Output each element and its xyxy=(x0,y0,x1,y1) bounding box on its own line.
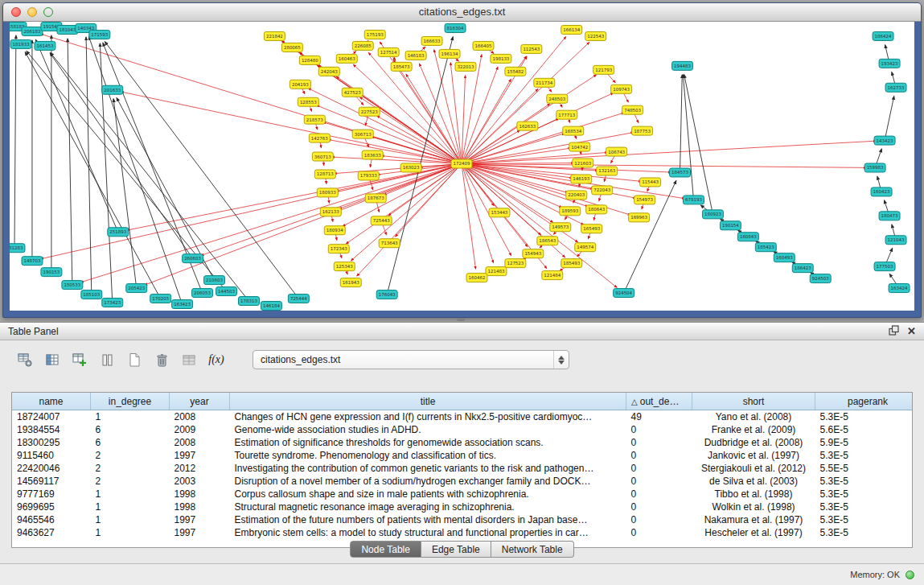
graph-edge[interactable] xyxy=(80,164,462,282)
column-header-short[interactable]: short xyxy=(692,393,815,410)
graph-node[interactable]: 185103 xyxy=(81,290,102,299)
graph-node[interactable]: 186423 xyxy=(792,264,813,273)
network-selector[interactable]: citations_edges.txt xyxy=(253,350,569,369)
graph-node[interactable]: 121043 xyxy=(885,236,906,245)
graph-node[interactable]: 206053 xyxy=(192,289,213,298)
graph-node[interactable]: 725443 xyxy=(371,216,392,225)
create-column-button[interactable] xyxy=(69,350,90,369)
graph-node[interactable]: 280065 xyxy=(281,43,302,51)
import-table-button[interactable] xyxy=(179,350,199,369)
graph-edge[interactable] xyxy=(393,60,462,163)
graph-node[interactable]: 184573 xyxy=(670,168,691,177)
graph-node[interactable]: 166405 xyxy=(473,41,494,50)
graph-node[interactable]: 181933 xyxy=(10,39,31,48)
table-row[interactable]: 946554611997Estimation of the future num… xyxy=(12,513,913,526)
graph-node[interactable]: 146184 xyxy=(261,302,281,311)
graph-node[interactable]: 748503 xyxy=(622,105,643,114)
graph-node[interactable]: 713643 xyxy=(379,239,400,248)
graph-node[interactable]: 160843 xyxy=(737,233,758,241)
graph-node[interactable]: 306713 xyxy=(352,130,373,138)
tab-node-table[interactable]: Node Table xyxy=(350,541,421,558)
graph-node[interactable]: 121793 xyxy=(593,65,614,74)
graph-node[interactable]: 176043 xyxy=(376,290,397,299)
graph-node[interactable]: 181043 xyxy=(57,25,78,34)
graph-node[interactable]: 153443 xyxy=(489,208,510,217)
graph-node[interactable]: 181283 xyxy=(10,244,25,253)
graph-node[interactable]: 201633 xyxy=(102,85,123,94)
table-options-button[interactable] xyxy=(14,350,35,369)
graph-node[interactable]: 924504 xyxy=(614,289,634,298)
graph-node[interactable]: 221842 xyxy=(264,31,285,40)
graph-node[interactable]: 162733 xyxy=(885,83,906,92)
delete-table-button[interactable] xyxy=(151,350,172,369)
graph-node[interactable]: 148703 xyxy=(22,257,43,266)
memory-indicator[interactable] xyxy=(906,571,914,579)
graph-node[interactable]: 194483 xyxy=(672,61,693,70)
graph-node[interactable]: 722043 xyxy=(592,186,613,195)
graph-edge[interactable] xyxy=(117,97,215,280)
graph-node[interactable]: 211734 xyxy=(534,78,555,87)
graph-node[interactable]: 178313 xyxy=(238,297,259,306)
graph-node[interactable]: 162633 xyxy=(517,122,538,130)
graph-node[interactable]: 260603 xyxy=(183,254,203,263)
graph-node[interactable]: 121483 xyxy=(486,267,507,276)
select-columns-button[interactable] xyxy=(42,350,63,369)
splitter-handle[interactable] xyxy=(457,318,465,321)
graph-node[interactable]: 149573 xyxy=(550,223,571,232)
graph-node[interactable]: 160463 xyxy=(336,54,357,63)
graph-node[interactable]: 186424 xyxy=(873,31,893,40)
graph-node[interactable]: 173423 xyxy=(102,299,123,307)
graph-node[interactable]: 146193 xyxy=(571,175,592,183)
graph-node[interactable]: 127514 xyxy=(378,47,399,56)
table-row[interactable]: 1872400712008Changes of HCN gene express… xyxy=(12,410,913,424)
graph-node[interactable]: 160493 xyxy=(774,253,795,262)
graph-node[interactable]: 106743 xyxy=(606,147,627,156)
graph-node[interactable]: 210603 xyxy=(204,276,225,285)
graph-node[interactable]: 172409 xyxy=(451,159,472,168)
graph-node[interactable]: 128480 xyxy=(299,56,320,64)
column-header-pagerank[interactable]: pagerank xyxy=(815,393,914,410)
graph-node[interactable]: 180473 xyxy=(879,212,900,220)
window-titlebar[interactable]: citations_edges.txt xyxy=(3,3,921,22)
graph-node[interactable]: 163423 xyxy=(172,300,193,309)
graph-edge[interactable] xyxy=(51,52,249,301)
graph-edge[interactable] xyxy=(100,43,112,303)
graph-node[interactable]: 177713 xyxy=(556,110,577,119)
graph-node[interactable]: 142763 xyxy=(309,134,330,142)
network-canvas[interactable]: 1724092218422800651284802420431604632260… xyxy=(10,22,914,311)
graph-node[interactable]: 127523 xyxy=(505,259,526,268)
graph-node[interactable]: 162133 xyxy=(320,208,341,216)
graph-node[interactable]: 248503 xyxy=(547,94,568,103)
graph-node[interactable]: 218573 xyxy=(304,115,325,124)
graph-node[interactable]: 185493 xyxy=(561,259,582,268)
graph-node[interactable]: 175193 xyxy=(364,30,385,39)
graph-node[interactable]: 360713 xyxy=(312,152,333,161)
graph-node[interactable]: 163023 xyxy=(400,163,421,172)
graph-node[interactable]: 155482 xyxy=(505,67,526,76)
minimize-window-button[interactable] xyxy=(27,7,37,17)
graph-node[interactable]: 179333 xyxy=(358,171,379,180)
graph-node[interactable]: 169963 xyxy=(629,213,650,222)
graph-node[interactable]: 180933 xyxy=(317,188,338,197)
graph-node[interactable]: 725444 xyxy=(288,295,309,303)
graph-edge[interactable] xyxy=(680,75,683,173)
graph-node[interactable]: 242043 xyxy=(318,67,339,76)
graph-node[interactable]: 128713 xyxy=(314,170,335,179)
graph-edge[interactable] xyxy=(113,99,137,288)
table-row[interactable]: 911546021997Tourette syndrome. Phenomeno… xyxy=(12,449,913,462)
graph-node[interactable]: 125343 xyxy=(334,262,355,271)
graph-node[interactable]: 171593 xyxy=(89,30,110,39)
column-header-out_de[interactable]: △out_de… xyxy=(626,393,692,410)
table-row[interactable]: 969969511998Structural magnetic resonanc… xyxy=(12,501,913,513)
graph-node[interactable]: 154973 xyxy=(634,196,655,204)
graph-node[interactable]: 161943 xyxy=(340,278,361,287)
tab-edge-table[interactable]: Edge Table xyxy=(421,541,491,558)
close-panel-icon[interactable]: ✕ xyxy=(907,326,916,336)
column-header-in_degree[interactable]: in_degree xyxy=(91,393,170,410)
graph-edge[interactable] xyxy=(14,35,16,248)
graph-node[interactable]: 180643 xyxy=(586,205,607,214)
graph-node[interactable]: 185423 xyxy=(755,243,776,252)
graph-node[interactable]: 196134 xyxy=(439,49,460,58)
graph-node[interactable]: 206183 xyxy=(22,27,43,35)
graph-node[interactable]: 187753 xyxy=(632,126,653,135)
